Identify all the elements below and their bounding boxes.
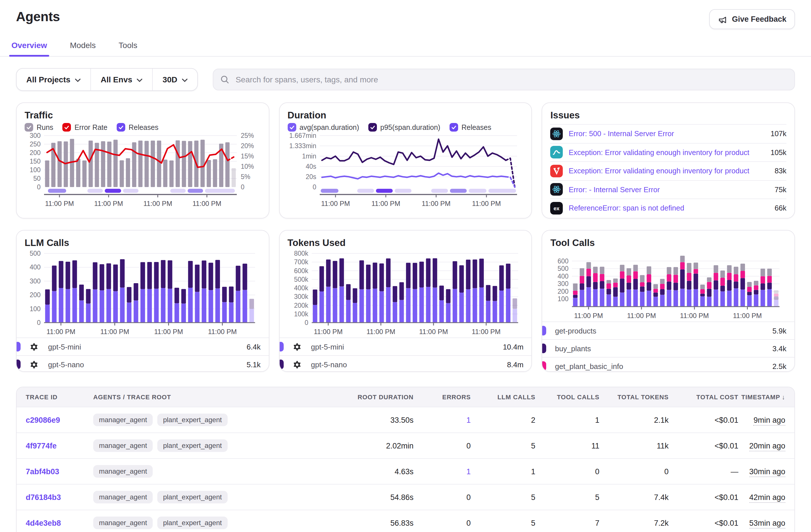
- svg-text:200: 200: [30, 291, 41, 299]
- traffic-card: Traffic Runs Error Rate Releases: [16, 102, 269, 218]
- col-total-cost[interactable]: Total Cost: [669, 394, 738, 400]
- issue-row[interactable]: ex ReferenceError: span is not defined 6…: [550, 198, 786, 217]
- traffic-legend-error-rate[interactable]: Error Rate: [62, 123, 107, 132]
- tool-calls-cell: 5: [535, 493, 599, 501]
- agent-tags: manager_agent plant_expert_agent: [93, 491, 283, 503]
- tools-legend-get-plant-basic-info[interactable]: get_plant_basic_info 2.5k: [542, 357, 794, 372]
- timestamp-cell[interactable]: 42min ago: [738, 493, 785, 501]
- col-trace-id[interactable]: Trace ID: [26, 394, 93, 400]
- svg-text:400k: 400k: [294, 284, 308, 292]
- tools-legend-get-products[interactable]: get-products 5.9k: [542, 321, 794, 339]
- issue-label: Exception: Error validating enough inven…: [569, 167, 750, 175]
- series-color-chip: [16, 360, 20, 369]
- trace-id-link[interactable]: 7abf4b03: [26, 467, 93, 476]
- tool-calls-cell: 11: [535, 441, 599, 450]
- chevron-down-icon: [75, 75, 81, 84]
- checkbox-checked-icon: [449, 123, 458, 132]
- agents-dashboard: Agents Give Feedback Overview Models Too…: [0, 0, 811, 532]
- tools-legend-buy-plants[interactable]: buy_plants 3.4k: [542, 339, 794, 357]
- trace-id-link[interactable]: 4f9774fe: [26, 441, 93, 450]
- root-duration-cell: 33.50s: [283, 415, 413, 424]
- trace-id-link[interactable]: d76184b3: [26, 493, 93, 501]
- col-root-duration[interactable]: Root Duration: [283, 394, 413, 400]
- total-tokens-cell: 7.2k: [599, 519, 669, 527]
- svg-text:400: 400: [557, 273, 568, 280]
- tab-bar: Overview Models Tools: [0, 37, 811, 57]
- envs-filter-dropdown[interactable]: All Envs: [90, 69, 152, 90]
- tool-calls-cell: 0: [535, 467, 599, 476]
- llm-legend-gpt-5-nano[interactable]: gpt-5-nano 5.1k: [17, 355, 269, 372]
- give-feedback-button[interactable]: Give Feedback: [709, 9, 795, 29]
- col-total-tokens[interactable]: Total Tokens: [599, 394, 669, 400]
- series-value: 3.4k: [772, 344, 786, 353]
- table-row[interactable]: 7abf4b03 manager_agent 4.63s 1 1 0 0 — 3…: [17, 458, 794, 484]
- timestamp-cell[interactable]: 9min ago: [738, 415, 785, 424]
- traffic-legend: Runs Error Rate Releases: [25, 123, 261, 132]
- legend-label: Releases: [129, 123, 158, 131]
- errors-cell: 0: [413, 519, 471, 527]
- envs-filter-label: All Envs: [101, 75, 133, 84]
- tokens-legend-gpt-5-nano[interactable]: gpt-5-nano 8.4m: [279, 355, 531, 372]
- trace-id-link[interactable]: 4d4e3eb8: [26, 519, 93, 527]
- svg-text:11:00 PM: 11:00 PM: [314, 328, 342, 335]
- filter-group: All Projects All Envs 30D: [16, 68, 198, 91]
- duration-legend-releases[interactable]: Releases: [449, 123, 491, 132]
- svg-text:300: 300: [557, 280, 568, 287]
- timestamp-cell[interactable]: 30min ago: [738, 467, 785, 476]
- col-agents[interactable]: Agents / Trace Root: [93, 394, 283, 400]
- agent-tag: plant_expert_agent: [157, 491, 228, 503]
- tab-tools[interactable]: Tools: [118, 37, 138, 56]
- svg-text:40s: 40s: [305, 163, 316, 170]
- tab-models[interactable]: Models: [69, 37, 97, 56]
- errors-cell[interactable]: 1: [413, 415, 471, 424]
- llm-calls-chart: 010020030040050011:00 PM11:00 PM11:00 PM…: [25, 250, 261, 337]
- timestamp-cell[interactable]: 53min ago: [738, 519, 785, 527]
- svg-text:0: 0: [37, 183, 41, 191]
- filter-row: All Projects All Envs 30D: [16, 68, 795, 91]
- duration-legend-avg[interactable]: avg(span.duration): [287, 123, 359, 132]
- col-errors[interactable]: Errors: [413, 394, 471, 400]
- col-timestamp[interactable]: Timestamp↓: [738, 394, 785, 400]
- svg-text:10%: 10%: [241, 163, 254, 170]
- llm-legend-gpt-5-mini[interactable]: gpt-5-mini 6.4k: [17, 337, 269, 355]
- duration-legend-p95[interactable]: p95(span.duration): [368, 123, 440, 132]
- total-cost-cell: <$0.01: [669, 519, 738, 527]
- svg-text:0: 0: [305, 319, 308, 326]
- legend-label: p95(span.duration): [380, 123, 440, 131]
- table-row[interactable]: 4d4e3eb8 manager_agent plant_expert_agen…: [17, 510, 794, 532]
- issue-row[interactable]: Error: 500 - Internal Server Error 107k: [550, 124, 786, 143]
- svg-text:11:00 PM: 11:00 PM: [47, 328, 76, 335]
- traffic-legend-runs[interactable]: Runs: [25, 123, 53, 132]
- trace-id-link[interactable]: c29086e9: [26, 415, 93, 424]
- series-name: gpt-5-nano: [311, 360, 347, 369]
- table-row[interactable]: c29086e9 manager_agent plant_expert_agen…: [17, 407, 794, 432]
- llm-calls-card: LLM Calls 010020030040050011:00 PM11:00 …: [16, 230, 269, 372]
- series-value: 8.4m: [507, 360, 524, 369]
- projects-filter-dropdown[interactable]: All Projects: [17, 69, 90, 90]
- svg-text:500: 500: [30, 250, 41, 257]
- col-tool-calls[interactable]: Tool Calls: [535, 394, 599, 400]
- issue-label: ReferenceError: span is not defined: [569, 204, 684, 213]
- legend-label: avg(span.duration): [300, 123, 359, 131]
- svg-text:400: 400: [30, 263, 41, 271]
- llm-calls-cell: 5: [471, 493, 535, 501]
- issue-row[interactable]: Error: - Internal Server Error 75k: [550, 180, 786, 198]
- timestamp-cell[interactable]: 20min ago: [738, 441, 785, 450]
- table-row[interactable]: d76184b3 manager_agent plant_expert_agen…: [17, 484, 794, 510]
- issue-row[interactable]: Exception: Error validating enough inven…: [550, 161, 786, 180]
- agent-tag: manager_agent: [93, 439, 153, 452]
- traffic-legend-releases[interactable]: Releases: [117, 123, 158, 132]
- tab-overview[interactable]: Overview: [10, 37, 48, 56]
- tokens-legend-gpt-5-mini[interactable]: gpt-5-mini 10.4m: [279, 337, 531, 355]
- svg-text:500: 500: [557, 265, 568, 272]
- total-cost-cell: <$0.01: [669, 493, 738, 501]
- col-llm-calls[interactable]: LLM Calls: [471, 394, 535, 400]
- search-input[interactable]: [234, 74, 787, 85]
- issue-row[interactable]: Exception: Error validating enough inven…: [550, 143, 786, 161]
- svg-text:1.667min: 1.667min: [289, 133, 316, 139]
- duration-chart: 020s40s1min1.333min1.667min11:00 PM11:00…: [287, 133, 523, 209]
- timerange-filter-dropdown[interactable]: 30D: [152, 69, 197, 90]
- errors-cell[interactable]: 1: [413, 467, 471, 476]
- table-row[interactable]: 4f9774fe manager_agent plant_expert_agen…: [17, 432, 794, 458]
- search-bar[interactable]: [213, 69, 795, 90]
